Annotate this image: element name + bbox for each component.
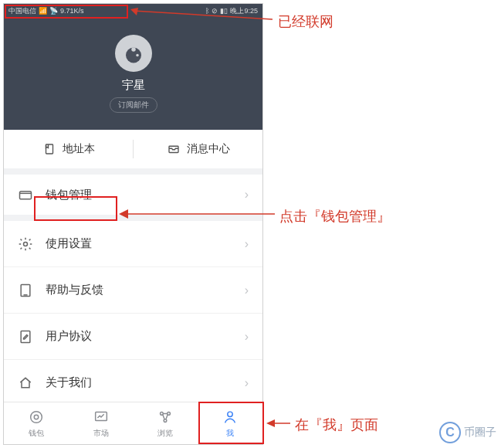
net-speed: 9.71K/s [60, 7, 84, 15]
bookmark-icon [42, 142, 56, 156]
target-icon [28, 409, 45, 426]
nav-label: 钱包 [29, 428, 44, 439]
signal-icon: 📶 [39, 7, 47, 15]
svg-point-10 [31, 411, 42, 423]
svg-point-1 [131, 47, 136, 52]
device-icon [18, 283, 33, 298]
menu-item-user-agreement[interactable]: 用户协议 › [4, 314, 262, 360]
address-book-button[interactable]: 地址本 [4, 142, 133, 156]
clock-label: 晚上9:25 [230, 6, 258, 16]
nav-me[interactable]: 我 [198, 402, 262, 444]
nav-label: 浏览 [157, 428, 173, 439]
svg-marker-22 [266, 419, 275, 427]
phone-screen: 中国电信 📶 📡 9.71K/s ᛒ ⊘ ▮▯ 晚上9:25 宇星 订阅邮件 [3, 3, 263, 445]
profile-header: 宇星 订阅邮件 [4, 18, 262, 130]
menu-item-wallet-mgmt[interactable]: 钱包管理 › [4, 175, 262, 221]
watermark-logo-icon: C [439, 422, 461, 443]
document-edit-icon [18, 329, 33, 344]
battery-icon: ▮▯ [220, 7, 228, 15]
svg-point-14 [168, 412, 171, 415]
menu-label: 用户协议 [46, 329, 245, 344]
subscribe-button[interactable]: 订阅邮件 [110, 97, 157, 113]
username-label: 宇星 [122, 78, 145, 93]
avatar[interactable] [115, 35, 152, 72]
quick-actions-row: 地址本 消息中心 [4, 130, 262, 175]
menu-item-help-feedback[interactable]: 帮助与反馈 › [4, 267, 262, 314]
watermark-text: 币圈子 [464, 426, 496, 440]
bluetooth-icon: ᛒ [205, 7, 209, 15]
chevron-right-icon: › [245, 330, 249, 344]
svg-point-6 [24, 242, 28, 246]
svg-point-13 [161, 412, 164, 415]
menu-label: 钱包管理 [46, 188, 245, 202]
status-bar: 中国电信 📶 📡 9.71K/s ᛒ ⊘ ▮▯ 晚上9:25 [4, 4, 262, 18]
settings-menu: 钱包管理 › 使用设置 › 帮助与反馈 › 用户协议 › [4, 175, 262, 406]
menu-item-about-us[interactable]: 关于我们 › [4, 360, 262, 406]
annotation-arrow-3 [266, 417, 293, 429]
avatar-image-icon [122, 42, 145, 65]
chevron-right-icon: › [245, 376, 249, 390]
menu-label: 帮助与反馈 [46, 283, 245, 297]
message-center-button[interactable]: 消息中心 [134, 142, 262, 156]
svg-point-2 [136, 54, 139, 57]
wifi-icon: 📡 [49, 7, 58, 15]
chevron-right-icon: › [245, 283, 249, 297]
svg-point-15 [164, 419, 168, 422]
nav-label: 市场 [93, 428, 109, 439]
nav-market[interactable]: 市场 [69, 402, 134, 444]
nav-browse[interactable]: 浏览 [134, 402, 198, 444]
menu-label: 使用设置 [46, 236, 245, 251]
svg-rect-3 [46, 144, 52, 154]
annotation-text-wallet: 点击『钱包管理』 [279, 207, 391, 226]
svg-point-16 [228, 412, 232, 416]
menu-item-usage-settings[interactable]: 使用设置 › [4, 221, 262, 267]
wallet-icon [18, 187, 33, 202]
carrier-label: 中国电信 [8, 6, 36, 16]
message-center-label: 消息中心 [187, 142, 230, 156]
svg-point-11 [34, 415, 39, 419]
menu-label: 关于我们 [46, 375, 245, 390]
person-icon [222, 409, 239, 426]
rotation-icon: ⊘ [212, 7, 218, 15]
nav-wallet[interactable]: 钱包 [4, 402, 69, 444]
home-icon [18, 375, 33, 391]
address-book-label: 地址本 [63, 142, 95, 156]
annotation-text-connected: 已经联网 [278, 12, 333, 31]
nav-label: 我 [226, 428, 234, 439]
chart-icon [93, 409, 110, 426]
svg-rect-5 [20, 192, 32, 199]
chevron-right-icon: › [245, 237, 249, 251]
nodes-icon [157, 409, 174, 426]
bottom-nav: 钱包 市场 浏览 我 [4, 402, 262, 444]
chevron-right-icon: › [245, 188, 249, 202]
annotation-text-me-page: 在『我』页面 [295, 416, 378, 434]
inbox-icon [167, 142, 181, 156]
gear-icon [18, 236, 33, 252]
watermark: C 币圈子 [439, 422, 496, 443]
